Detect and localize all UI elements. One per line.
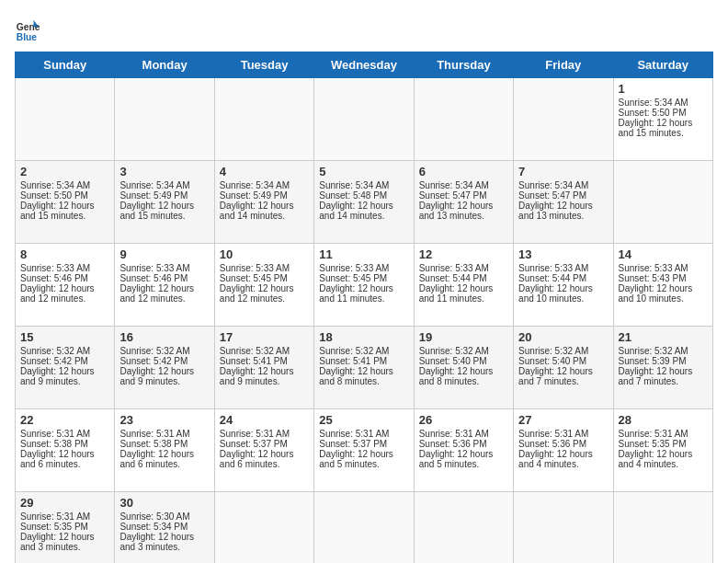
day-number: 25 [319, 413, 408, 427]
day-number: 24 [220, 413, 309, 427]
day-number: 11 [319, 247, 408, 261]
calendar-cell: 28Sunrise: 5:31 AMSunset: 5:35 PMDayligh… [613, 409, 712, 492]
daylight-text: Daylight: 12 hours and 13 minutes. [419, 201, 508, 221]
calendar-cell: 22Sunrise: 5:31 AMSunset: 5:38 PMDayligh… [16, 409, 115, 492]
daylight-text: Daylight: 12 hours and 4 minutes. [619, 449, 708, 469]
calendar-cell: 30Sunrise: 5:30 AMSunset: 5:34 PMDayligh… [115, 492, 214, 564]
calendar-cell: 26Sunrise: 5:31 AMSunset: 5:36 PMDayligh… [414, 409, 513, 492]
daylight-text: Daylight: 12 hours and 13 minutes. [518, 201, 608, 221]
sunset-text: Sunset: 5:41 PM [319, 356, 408, 366]
calendar-cell: 16Sunrise: 5:32 AMSunset: 5:42 PMDayligh… [115, 327, 214, 409]
daylight-text: Daylight: 12 hours and 15 minutes. [619, 118, 708, 138]
calendar-cell: 23Sunrise: 5:31 AMSunset: 5:38 PMDayligh… [115, 409, 214, 492]
sunrise-text: Sunrise: 5:34 AM [20, 180, 109, 190]
sunset-text: Sunset: 5:44 PM [518, 273, 608, 283]
day-number: 2 [20, 165, 109, 178]
sunrise-text: Sunrise: 5:33 AM [119, 263, 209, 273]
logo: General Blue [15, 18, 44, 44]
daylight-text: Daylight: 12 hours and 15 minutes. [20, 201, 109, 221]
day-number: 1 [619, 82, 708, 96]
sunset-text: Sunset: 5:50 PM [20, 190, 109, 201]
day-number: 21 [619, 330, 708, 344]
sunrise-text: Sunrise: 5:34 AM [518, 180, 608, 190]
calendar-cell: 11Sunrise: 5:33 AMSunset: 5:45 PMDayligh… [314, 244, 414, 327]
daylight-text: Daylight: 12 hours and 8 minutes. [319, 366, 408, 386]
sunset-text: Sunset: 5:40 PM [518, 356, 608, 366]
sunset-text: Sunset: 5:49 PM [220, 190, 309, 201]
day-number: 5 [319, 165, 408, 178]
sunset-text: Sunset: 5:40 PM [419, 356, 508, 366]
sunrise-text: Sunrise: 5:30 AM [119, 511, 209, 522]
daylight-text: Daylight: 12 hours and 6 minutes. [220, 449, 309, 469]
sunset-text: Sunset: 5:42 PM [20, 356, 109, 366]
sunset-text: Sunset: 5:34 PM [119, 522, 209, 532]
sunrise-text: Sunrise: 5:31 AM [119, 429, 209, 439]
calendar-cell [414, 492, 513, 564]
calendar-cell: 1Sunrise: 5:34 AMSunset: 5:50 PMDaylight… [613, 78, 712, 161]
sunrise-text: Sunrise: 5:33 AM [319, 263, 408, 273]
daylight-text: Daylight: 12 hours and 12 minutes. [119, 283, 209, 304]
calendar-cell: 13Sunrise: 5:33 AMSunset: 5:44 PMDayligh… [514, 244, 613, 327]
daylight-text: Daylight: 12 hours and 10 minutes. [619, 283, 708, 304]
daylight-text: Daylight: 12 hours and 4 minutes. [518, 449, 608, 469]
sunrise-text: Sunrise: 5:31 AM [220, 429, 309, 439]
sunset-text: Sunset: 5:36 PM [419, 439, 508, 449]
sunset-text: Sunset: 5:38 PM [20, 439, 109, 449]
calendar-cell [613, 161, 712, 244]
calendar-cell: 2Sunrise: 5:34 AMSunset: 5:50 PMDaylight… [16, 161, 115, 244]
calendar-cell [613, 492, 712, 564]
sunset-text: Sunset: 5:44 PM [419, 273, 508, 283]
calendar-cell: 27Sunrise: 5:31 AMSunset: 5:36 PMDayligh… [514, 409, 613, 492]
daylight-text: Daylight: 12 hours and 6 minutes. [20, 449, 109, 469]
calendar-cell: 14Sunrise: 5:33 AMSunset: 5:43 PMDayligh… [613, 244, 712, 327]
sunrise-text: Sunrise: 5:31 AM [319, 429, 408, 439]
daylight-text: Daylight: 12 hours and 10 minutes. [518, 283, 608, 304]
daylight-text: Daylight: 12 hours and 3 minutes. [119, 532, 209, 552]
day-number: 27 [518, 413, 608, 427]
sunset-text: Sunset: 5:49 PM [119, 190, 209, 201]
daylight-text: Daylight: 12 hours and 14 minutes. [220, 201, 309, 221]
daylight-text: Daylight: 12 hours and 7 minutes. [619, 366, 708, 386]
calendar-cell: 18Sunrise: 5:32 AMSunset: 5:41 PMDayligh… [314, 327, 414, 409]
calendar-cell: 3Sunrise: 5:34 AMSunset: 5:49 PMDaylight… [115, 161, 214, 244]
day-number: 22 [20, 413, 109, 427]
calendar-cell: 24Sunrise: 5:31 AMSunset: 5:37 PMDayligh… [214, 409, 313, 492]
sunrise-text: Sunrise: 5:31 AM [619, 429, 708, 439]
daylight-text: Daylight: 12 hours and 11 minutes. [319, 283, 408, 304]
sunrise-text: Sunrise: 5:32 AM [119, 346, 209, 356]
sunrise-text: Sunrise: 5:31 AM [20, 511, 109, 522]
day-number: 23 [119, 413, 209, 427]
calendar-cell [115, 78, 214, 161]
day-number: 15 [20, 330, 109, 344]
daylight-text: Daylight: 12 hours and 5 minutes. [319, 449, 408, 469]
sunrise-text: Sunrise: 5:33 AM [20, 263, 109, 273]
day-number: 7 [518, 165, 608, 178]
day-number: 17 [220, 330, 309, 344]
calendar-cell [514, 492, 613, 564]
day-of-week-header: Wednesday [314, 52, 414, 78]
daylight-text: Daylight: 12 hours and 9 minutes. [220, 366, 309, 386]
day-of-week-header: Tuesday [214, 52, 313, 78]
calendar-cell: 6Sunrise: 5:34 AMSunset: 5:47 PMDaylight… [414, 161, 513, 244]
sunrise-text: Sunrise: 5:34 AM [220, 180, 309, 190]
sunset-text: Sunset: 5:35 PM [619, 439, 708, 449]
day-number: 13 [518, 247, 608, 261]
calendar-table: SundayMondayTuesdayWednesdayThursdayFrid… [15, 52, 713, 563]
sunrise-text: Sunrise: 5:33 AM [220, 263, 309, 273]
daylight-text: Daylight: 12 hours and 12 minutes. [20, 283, 109, 304]
sunset-text: Sunset: 5:48 PM [319, 190, 408, 201]
day-of-week-header: Monday [115, 52, 214, 78]
day-number: 30 [119, 496, 209, 510]
sunset-text: Sunset: 5:50 PM [619, 108, 708, 118]
sunset-text: Sunset: 5:35 PM [20, 522, 109, 532]
sunrise-text: Sunrise: 5:34 AM [419, 180, 508, 190]
day-number: 29 [20, 496, 109, 510]
sunset-text: Sunset: 5:37 PM [220, 439, 309, 449]
sunrise-text: Sunrise: 5:31 AM [518, 429, 608, 439]
day-of-week-header: Friday [514, 52, 613, 78]
day-number: 4 [220, 165, 309, 178]
sunrise-text: Sunrise: 5:32 AM [319, 346, 408, 356]
day-number: 16 [119, 330, 209, 344]
sunset-text: Sunset: 5:37 PM [319, 439, 408, 449]
svg-text:General: General [17, 22, 40, 32]
